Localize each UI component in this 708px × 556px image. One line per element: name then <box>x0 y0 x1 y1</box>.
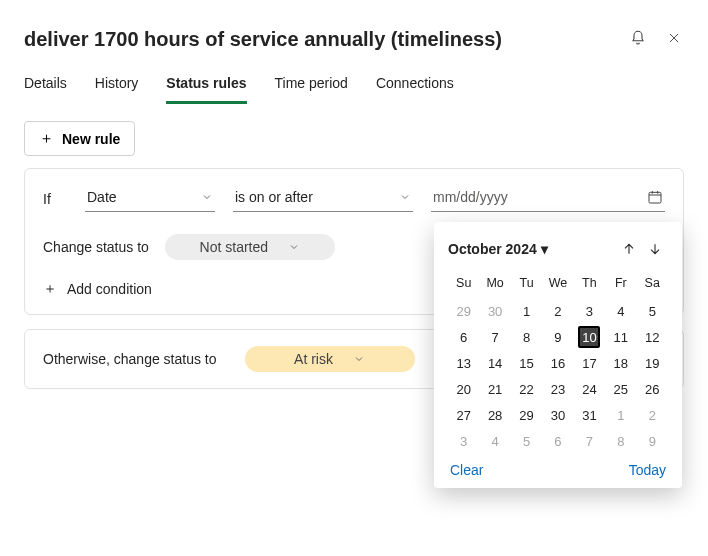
new-rule-label: New rule <box>62 131 120 147</box>
tab-connections[interactable]: Connections <box>376 69 454 104</box>
calendar-day[interactable]: 25 <box>605 376 636 402</box>
operator-select[interactable]: is on or after <box>233 185 413 212</box>
calendar-day[interactable]: 30 <box>542 402 573 428</box>
status-select[interactable]: Not started <box>165 234 335 260</box>
otherwise-status-value: At risk <box>294 351 333 367</box>
date-picker: October 2024 ▾ SuMoTuWeThFrSa 2930123456… <box>434 222 682 488</box>
calendar-day[interactable]: 4 <box>605 298 636 324</box>
add-condition-label: Add condition <box>67 281 152 297</box>
calendar-day[interactable]: 16 <box>542 350 573 376</box>
calendar-day[interactable]: 3 <box>574 298 605 324</box>
calendar-day[interactable]: 3 <box>448 428 479 454</box>
month-select[interactable]: October 2024 ▾ <box>448 241 616 257</box>
date-placeholder: mm/dd/yyyy <box>433 189 508 205</box>
calendar-day[interactable]: 13 <box>448 350 479 376</box>
calendar-day[interactable]: 7 <box>479 324 510 350</box>
caret-down-icon: ▾ <box>541 241 548 257</box>
calendar-day[interactable]: 8 <box>605 428 636 454</box>
operator-select-value: is on or after <box>235 189 313 205</box>
clear-date-button[interactable]: Clear <box>450 462 483 478</box>
calendar-day[interactable]: 31 <box>574 402 605 428</box>
calendar-icon[interactable] <box>647 189 663 205</box>
calendar-day[interactable]: 22 <box>511 376 542 402</box>
calendar-day[interactable]: 7 <box>574 428 605 454</box>
calendar-grid: SuMoTuWeThFrSa 2930123456789101112131415… <box>448 272 668 454</box>
chevron-down-icon <box>288 241 300 253</box>
weekday-label: Sa <box>637 272 668 298</box>
svg-rect-0 <box>649 192 661 203</box>
date-input[interactable]: mm/dd/yyyy <box>431 185 665 212</box>
calendar-day[interactable]: 6 <box>448 324 479 350</box>
calendar-day[interactable]: 5 <box>511 428 542 454</box>
calendar-day[interactable]: 2 <box>542 298 573 324</box>
weekday-label: Fr <box>605 272 636 298</box>
weekday-label: Mo <box>479 272 510 298</box>
chevron-down-icon <box>201 191 213 203</box>
plus-icon: ＋ <box>43 280 57 298</box>
field-select[interactable]: Date <box>85 185 215 212</box>
calendar-day[interactable]: 23 <box>542 376 573 402</box>
weekday-label: Th <box>574 272 605 298</box>
calendar-day[interactable]: 30 <box>479 298 510 324</box>
chevron-down-icon <box>399 191 411 203</box>
weekday-label: Tu <box>511 272 542 298</box>
new-rule-button[interactable]: ＋ New rule <box>24 121 135 156</box>
calendar-day[interactable]: 14 <box>479 350 510 376</box>
tab-details[interactable]: Details <box>24 69 67 104</box>
field-select-value: Date <box>87 189 117 205</box>
if-label: If <box>43 191 67 207</box>
calendar-day[interactable]: 20 <box>448 376 479 402</box>
tab-history[interactable]: History <box>95 69 139 104</box>
bell-icon[interactable] <box>628 28 648 48</box>
otherwise-label: Otherwise, change status to <box>43 351 217 367</box>
status-value: Not started <box>200 239 268 255</box>
weekday-label: We <box>542 272 573 298</box>
calendar-day[interactable]: 17 <box>574 350 605 376</box>
calendar-day[interactable]: 8 <box>511 324 542 350</box>
calendar-day[interactable]: 2 <box>637 402 668 428</box>
calendar-day[interactable]: 15 <box>511 350 542 376</box>
plus-icon: ＋ <box>39 129 54 148</box>
close-icon[interactable] <box>664 28 684 48</box>
calendar-day[interactable]: 28 <box>479 402 510 428</box>
calendar-day[interactable]: 5 <box>637 298 668 324</box>
weekday-label: Su <box>448 272 479 298</box>
calendar-day[interactable]: 21 <box>479 376 510 402</box>
change-status-label: Change status to <box>43 239 149 255</box>
calendar-day[interactable]: 29 <box>448 298 479 324</box>
next-month-button[interactable] <box>642 236 668 262</box>
calendar-day[interactable]: 4 <box>479 428 510 454</box>
calendar-day[interactable]: 10 <box>574 324 605 350</box>
calendar-day[interactable]: 27 <box>448 402 479 428</box>
calendar-day[interactable]: 24 <box>574 376 605 402</box>
calendar-day[interactable]: 1 <box>511 298 542 324</box>
calendar-day[interactable]: 29 <box>511 402 542 428</box>
page-title: deliver 1700 hours of service annually (… <box>24 28 612 51</box>
calendar-day[interactable]: 11 <box>605 324 636 350</box>
calendar-day[interactable]: 6 <box>542 428 573 454</box>
today-button[interactable]: Today <box>629 462 666 478</box>
tabs: Details History Status rules Time period… <box>0 55 708 105</box>
otherwise-status-select[interactable]: At risk <box>245 346 415 372</box>
chevron-down-icon <box>353 353 365 365</box>
tab-time-period[interactable]: Time period <box>275 69 348 104</box>
calendar-day[interactable]: 26 <box>637 376 668 402</box>
calendar-day[interactable]: 9 <box>542 324 573 350</box>
calendar-day[interactable]: 9 <box>637 428 668 454</box>
month-label-text: October 2024 <box>448 241 537 257</box>
prev-month-button[interactable] <box>616 236 642 262</box>
calendar-day[interactable]: 12 <box>637 324 668 350</box>
calendar-day[interactable]: 19 <box>637 350 668 376</box>
tab-status-rules[interactable]: Status rules <box>166 69 246 104</box>
calendar-day[interactable]: 1 <box>605 402 636 428</box>
calendar-day[interactable]: 18 <box>605 350 636 376</box>
